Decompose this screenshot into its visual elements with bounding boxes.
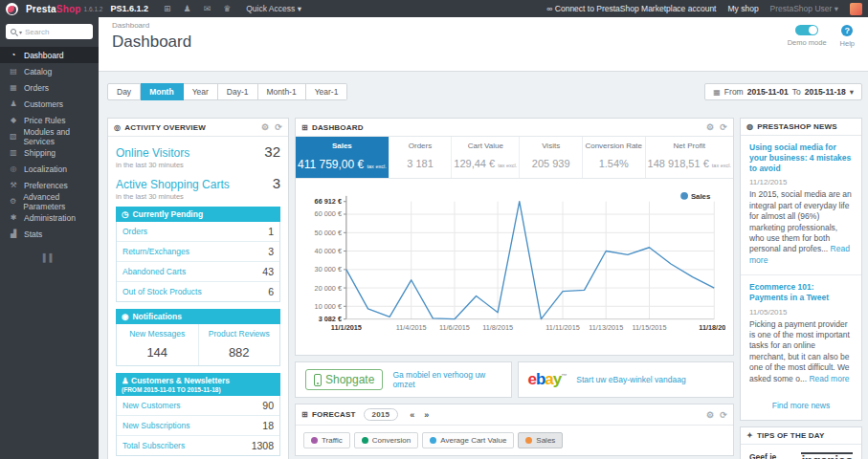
legend-conversion[interactable]: Conversion (354, 432, 418, 448)
gear-icon[interactable]: ⚙ (706, 122, 714, 132)
cart-icon: ⊞ (301, 410, 308, 419)
notifications-section: ◉Notifications New Messages144 Product R… (116, 309, 280, 366)
user-menu[interactable]: PrestaShop User ▾ (770, 4, 838, 13)
dashboard-content: Day Month Year Day-1 Month-1 Year-1 ▦ Fr… (99, 72, 868, 459)
sales-dot-icon (525, 437, 532, 444)
brand-name: PrestaShop (26, 4, 81, 14)
kpi-tab-net-profit[interactable]: Net Profit148 918,51 € tax excl. (646, 137, 733, 178)
customers-newsletters-section: ♟ Customers & Newsletters (FROM 2015-11-… (116, 373, 280, 456)
sales-line-chart: 66 912 €60 000 €50 000 €40 000 €30 000 €… (303, 186, 725, 349)
shopgate-link[interactable]: Ga mobiel en verhoog uw omzet (392, 370, 501, 389)
cart-icon: ⊞ (301, 123, 308, 132)
help-icon[interactable]: ? (841, 25, 853, 36)
sidebar-item-orders[interactable]: ▦Orders (0, 79, 99, 96)
caret-down-icon: ▾ (298, 4, 301, 13)
sidebar-item-dashboard[interactable]: ◔Dashboard (0, 47, 99, 63)
sidebar-item-stats[interactable]: ▟Stats (0, 226, 99, 242)
version-label: 1.6.1.2 (84, 6, 103, 12)
sidebar-collapse-button[interactable]: ▌▌ (0, 253, 99, 262)
active-carts-link[interactable]: Active Shopping Carts (116, 178, 230, 191)
quick-access-menu[interactable]: Quick Access ▾ (246, 4, 301, 13)
ebay-link[interactable]: Start uw eBay-winkel vandaag (576, 375, 685, 384)
gear-icon[interactable]: ⚙ (706, 410, 714, 420)
truck-icon: ▥ (9, 148, 18, 157)
date-range-buttons: Day Month Year Day-1 Month-1 Year-1 (107, 83, 347, 100)
user-icon: ♟ (122, 376, 129, 385)
date-range-picker[interactable]: ▦ From2015-11-01 To2015-11-18 ▾ (704, 83, 862, 100)
puzzle-icon: ▧ (9, 132, 17, 141)
topbar-icons: ⊞ ♟ ✉ ♛ (164, 4, 231, 13)
total-subscribers-row: Total Subscribers1308 (117, 436, 279, 455)
sidebar-item-catalog[interactable]: ▤Catalog (0, 63, 99, 79)
wrench-icon: ⚒ (9, 181, 18, 189)
sidebar-search[interactable]: ▾ (6, 24, 93, 39)
svg-text:11/8/2015: 11/8/2015 (482, 323, 513, 332)
shopgate-banner[interactable]: Shopgate Ga mobiel en verhoog uw omzet (295, 361, 512, 398)
forecast-panel: ⊞ Forecast 2015 « » ⚙ ⟳ (295, 404, 734, 456)
bar-chart-icon: ▟ (9, 230, 18, 238)
legend-average-cart-value[interactable]: Average Cart Value (422, 432, 514, 448)
trophy-icon[interactable]: ♛ (223, 4, 231, 13)
refresh-icon[interactable]: ⟳ (275, 122, 282, 132)
marketplace-connect-link[interactable]: ∞ Connect to PrestaShop Marketplace acco… (546, 4, 716, 13)
read-more-link[interactable]: Read more (809, 374, 849, 383)
sidebar-item-localization[interactable]: ◎Localization (0, 161, 99, 177)
filter-month-button[interactable]: Month (141, 83, 184, 100)
legend-sales[interactable]: Sales (518, 432, 563, 448)
ebay-banner[interactable]: ebay™ Start uw eBay-winkel vandaag (518, 361, 735, 398)
my-shop-link[interactable]: My shop (727, 4, 758, 13)
customer-icon[interactable]: ♟ (184, 4, 191, 13)
kpi-tab-orders[interactable]: Orders3 181 (389, 137, 453, 178)
link-icon: ∞ (546, 4, 552, 13)
forecast-year-badge: 2015 (364, 408, 399, 421)
refresh-icon[interactable]: ⟳ (720, 410, 727, 420)
find-more-news-link[interactable]: Find more news (741, 393, 861, 420)
next-year-button[interactable]: » (420, 409, 433, 421)
kpi-tab-visits[interactable]: Visits205 939 (520, 137, 583, 178)
lightbulb-icon: ✦ (746, 431, 753, 440)
pending-row-returns: Return/Exchanges3 (117, 242, 279, 262)
ebay-letter: b (536, 370, 545, 388)
filter-year-1-button[interactable]: Year-1 (306, 83, 348, 100)
svg-text:3 082 €: 3 082 € (319, 315, 342, 323)
topbar: PrestaShop 1.6.1.2 PS1.6.1.2 ⊞ ♟ ✉ ♛ Qui… (0, 0, 868, 17)
svg-text:11/4/2015: 11/4/2015 (396, 323, 427, 332)
sidebar-item-customers[interactable]: ♟Customers (0, 96, 99, 112)
ingenico-logo: ingenico Payment services (795, 452, 853, 459)
kpi-tab-cart-value[interactable]: Cart Value129,44 € tax excl. (452, 137, 520, 178)
online-visitors-link[interactable]: Online Visitors (116, 146, 189, 160)
prestashop-admin-screen: PrestaShop 1.6.1.2 PS1.6.1.2 ⊞ ♟ ✉ ♛ Qui… (0, 0, 868, 459)
sidebar-item-price-rules[interactable]: ◆Price Rules (0, 112, 99, 128)
previous-year-button[interactable]: « (406, 409, 418, 421)
filter-day-button[interactable]: Day (107, 83, 141, 100)
news-article: Using social media for your business: 4 … (741, 136, 861, 274)
kpi-tab-sales[interactable]: Sales411 759,00 € tax excl. (296, 137, 389, 178)
sidebar-item-modules[interactable]: ▧Modules and Services (0, 128, 99, 144)
cart-icon[interactable]: ⊞ (164, 4, 171, 13)
ebay-letter: e (528, 370, 536, 388)
avatar[interactable] (850, 3, 862, 15)
breadcrumb[interactable]: Dashboard (112, 21, 857, 30)
activity-icon: ◎ (114, 123, 121, 132)
filter-day-1-button[interactable]: Day-1 (218, 83, 258, 100)
tachometer-icon: ◔ (9, 51, 18, 59)
sidebar-item-administration[interactable]: ✱Administration (0, 209, 99, 226)
demo-mode-toggle[interactable] (795, 25, 818, 35)
sidebar-item-shipping[interactable]: ▥Shipping (0, 144, 99, 161)
demo-mode-label: Demo mode (788, 38, 827, 47)
legend-traffic[interactable]: Traffic (303, 432, 350, 448)
messages-icon[interactable]: ✉ (204, 4, 211, 13)
filter-year-button[interactable]: Year (184, 83, 218, 100)
svg-text:11/13/2015: 11/13/2015 (589, 323, 623, 332)
filter-month-1-button[interactable]: Month-1 (258, 83, 306, 100)
refresh-icon[interactable]: ⟳ (720, 122, 727, 132)
gear-icon[interactable]: ⚙ (261, 122, 269, 132)
sidebar-item-advanced-parameters[interactable]: ⚙Advanced Parameters (0, 193, 99, 209)
kpi-tab-conversion-rate[interactable]: Conversion Rate1.54% (583, 137, 646, 178)
svg-text:10 000 €: 10 000 € (315, 302, 342, 311)
page-title: Dashboard (112, 33, 857, 52)
search-input[interactable] (25, 28, 88, 36)
sidebar-item-preferences[interactable]: ⚒Preferences (0, 177, 99, 193)
caret-down-icon: ▾ (19, 29, 22, 35)
prestashop-news-panel: ◍ PrestaShop News Using social media for… (740, 118, 862, 421)
